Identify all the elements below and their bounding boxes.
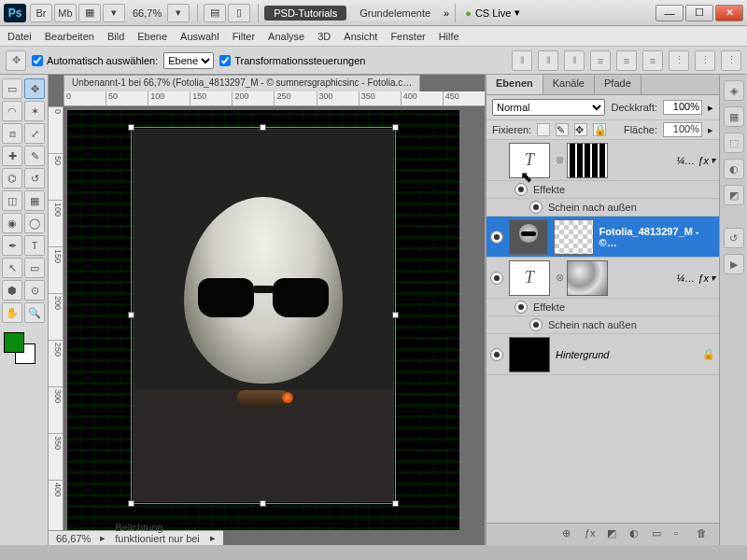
grid-button[interactable]: ▤	[204, 4, 226, 22]
lasso-tool[interactable]: ◠	[2, 101, 22, 121]
distribute-icon[interactable]: ⋮	[669, 50, 689, 71]
document-tab[interactable]: Unbenannt-1 bei 66,7% (Fotolia_4813297_M…	[63, 75, 420, 91]
lock-transparency-icon[interactable]	[537, 123, 550, 136]
transform-handle[interactable]	[128, 124, 134, 131]
menu-fenster[interactable]: Fenster	[390, 31, 425, 42]
shape-tool[interactable]: ▭	[24, 258, 45, 278]
visibility-toggle[interactable]	[529, 318, 543, 331]
triangle-icon[interactable]: ▸	[708, 102, 713, 114]
adjustments-panel-icon[interactable]: ◐	[724, 159, 744, 179]
menu-auswahl[interactable]: Auswahl	[180, 31, 219, 42]
align-icon[interactable]: ⫴	[564, 50, 585, 71]
layer-row-background[interactable]: Hintergrund 🔒	[486, 334, 719, 375]
minibridge-button[interactable]: Mb	[54, 4, 77, 22]
foreground-color[interactable]	[4, 332, 24, 353]
fx-indicator[interactable]: ¼… ƒx▾	[676, 155, 715, 166]
path-tool[interactable]: ↖	[2, 258, 22, 278]
maximize-button[interactable]: ☐	[685, 5, 713, 21]
transform-handle[interactable]	[128, 312, 134, 318]
layer-row[interactable]: T ⊗ ¼… ƒx▾	[486, 258, 719, 299]
zoom-display[interactable]: 66,7%	[133, 7, 162, 19]
pen-tool[interactable]: ✒	[2, 235, 22, 256]
lock-all-icon[interactable]: 🔒	[593, 123, 606, 136]
menu-hilfe[interactable]: Hilfe	[439, 31, 459, 42]
layer-row[interactable]: T ⊗ ¼… ƒx▾	[486, 140, 719, 181]
auto-select-target[interactable]: Ebene	[163, 52, 214, 69]
fx-indicator[interactable]: ¼… ƒx▾	[676, 273, 715, 284]
canvas[interactable]	[67, 110, 459, 530]
cslive-button[interactable]: CS Live	[475, 7, 512, 19]
menu-filter[interactable]: Filter	[233, 31, 255, 42]
screenmode-button[interactable]: ▯	[228, 4, 250, 22]
align-icon[interactable]: ⫴	[538, 50, 558, 71]
fill-input[interactable]: 100%	[663, 122, 702, 137]
transform-handle[interactable]	[392, 312, 399, 318]
move-tool-icon[interactable]: ✥	[6, 50, 26, 71]
transform-handle[interactable]	[128, 500, 134, 507]
wand-tool[interactable]: ✶	[24, 101, 45, 121]
distribute-icon[interactable]: ⋮	[721, 50, 741, 71]
tab-ebenen[interactable]: Ebenen	[486, 75, 543, 94]
lock-position-icon[interactable]: ✥	[574, 123, 587, 136]
eyedropper-tool[interactable]: ⤢	[24, 123, 45, 144]
styles-panel-icon[interactable]: ⬚	[724, 133, 744, 153]
dodge-tool[interactable]: ◯	[24, 213, 45, 233]
color-swatches[interactable]	[2, 330, 37, 366]
new-layer-icon[interactable]: ▫	[674, 527, 689, 542]
menu-ansicht[interactable]: Ansicht	[344, 31, 377, 42]
triangle-icon[interactable]: ▸	[100, 532, 106, 544]
swatches-panel-icon[interactable]: ▦	[724, 106, 744, 127]
transform-handle[interactable]	[260, 500, 266, 507]
align-icon[interactable]: ≡	[642, 50, 663, 71]
masks-panel-icon[interactable]: ◩	[724, 185, 744, 205]
marquee-tool[interactable]: ▭	[2, 78, 22, 99]
move-tool[interactable]: ✥	[24, 78, 45, 99]
close-button[interactable]: ✕	[715, 5, 743, 21]
transform-handle[interactable]	[392, 124, 399, 131]
align-icon[interactable]: ≡	[590, 50, 611, 71]
lock-pixels-icon[interactable]: ✎	[556, 123, 569, 136]
menu-datei[interactable]: Datei	[7, 31, 32, 42]
transform-bounding-box[interactable]	[131, 127, 396, 504]
group-icon[interactable]: ▭	[652, 527, 667, 542]
dropdown-icon[interactable]: ▾	[103, 4, 125, 22]
link-layers-icon[interactable]: ⊕	[562, 527, 577, 542]
type-tool[interactable]: T	[24, 235, 45, 256]
zoom-tool[interactable]: 🔍	[24, 302, 45, 323]
menu-ebene[interactable]: Ebene	[137, 31, 167, 42]
history-brush-tool[interactable]: ↺	[24, 168, 45, 189]
opacity-input[interactable]: 100%	[663, 100, 702, 115]
chevron-right-icon[interactable]: »	[444, 7, 449, 19]
align-icon[interactable]: ⫴	[512, 50, 532, 71]
align-icon[interactable]: ≡	[616, 50, 637, 71]
hand-tool[interactable]: ✋	[2, 302, 22, 323]
stamp-tool[interactable]: ⌬	[2, 168, 22, 189]
extras-button[interactable]: ▦	[78, 4, 101, 22]
dropdown-icon[interactable]: ▾	[167, 4, 190, 22]
workspace-tutorials[interactable]: PSD-Tutorials	[264, 6, 346, 21]
3d-camera-tool[interactable]: ⊙	[24, 280, 45, 301]
visibility-toggle[interactable]	[490, 231, 503, 244]
visibility-toggle[interactable]	[514, 183, 528, 196]
transform-handle[interactable]	[392, 500, 399, 507]
mask-icon[interactable]: ◩	[607, 527, 622, 542]
crop-tool[interactable]: ⧈	[2, 123, 22, 144]
visibility-toggle[interactable]	[529, 201, 543, 214]
dropdown-icon[interactable]: ▾	[514, 7, 520, 19]
distribute-icon[interactable]: ⋮	[695, 50, 715, 71]
visibility-toggle[interactable]	[490, 348, 503, 361]
triangle-icon[interactable]: ▸	[708, 124, 713, 136]
delete-icon[interactable]: 🗑	[697, 527, 712, 542]
gradient-tool[interactable]: ▦	[24, 190, 45, 211]
brush-tool[interactable]: ✎	[24, 146, 45, 166]
blend-mode-select[interactable]: Normal	[492, 99, 605, 116]
menu-bild[interactable]: Bild	[107, 31, 124, 42]
3d-tool[interactable]: ⬢	[2, 280, 22, 301]
workspace-grundelemente[interactable]: Grundelemente	[350, 6, 440, 21]
menu-3d[interactable]: 3D	[317, 31, 331, 42]
minimize-button[interactable]: —	[655, 5, 684, 21]
history-panel-icon[interactable]: ↺	[724, 228, 744, 248]
layer-row-selected[interactable]: Fotolia_4813297_M - ©…	[486, 217, 719, 258]
menu-analyse[interactable]: Analyse	[268, 31, 304, 42]
transform-controls-checkbox[interactable]: Transformationssteuerungen	[219, 55, 365, 66]
